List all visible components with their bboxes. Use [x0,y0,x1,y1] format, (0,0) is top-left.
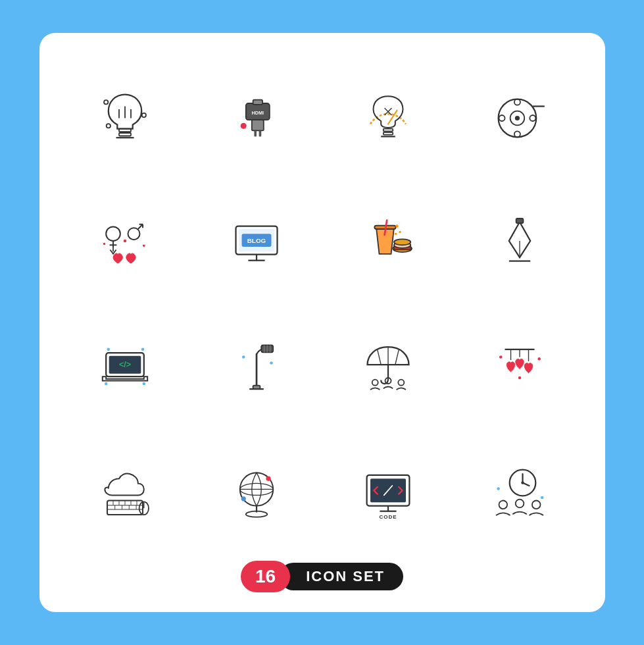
icon-cell-code-monitor: CODE [329,436,447,548]
svg-point-64 [104,382,107,386]
laptop-code-icon: </> [95,336,155,396]
insurance-icon [359,336,418,396]
svg-rect-20 [383,132,392,135]
blog-icon: BLOG [227,211,286,271]
fast-food-icon [359,211,418,271]
svg-rect-7 [119,133,131,136]
svg-point-28 [499,115,505,121]
svg-point-88 [518,376,521,380]
icon-cell-hdmi: HDMI [197,59,316,172]
svg-rect-15 [253,100,262,105]
icon-cell-heart-tags [460,310,579,423]
gender-love-icon [95,211,155,271]
icon-cell-street-light [197,310,316,423]
svg-point-1 [141,113,145,117]
svg-line-34 [137,224,142,229]
icon-cell-cloud-keyboard [66,436,184,548]
badge-number: 16 [241,561,290,592]
svg-point-39 [143,244,145,247]
icon-cell-film-reel [460,59,579,172]
pen-tool-icon [490,211,549,271]
svg-point-73 [241,356,245,359]
svg-point-124 [540,496,543,500]
svg-point-120 [499,500,507,509]
icon-cell-gender-love [66,185,184,297]
icon-cell-fast-food [329,185,447,297]
icon-cell-light-bulb [66,59,184,172]
svg-point-87 [537,357,541,361]
svg-rect-19 [383,129,392,132]
svg-point-30 [106,226,120,241]
svg-point-62 [107,348,110,351]
svg-point-121 [515,499,524,507]
svg-point-0 [104,100,108,104]
svg-text:CODE: CODE [379,514,397,520]
svg-point-122 [532,500,540,509]
svg-point-74 [270,362,273,365]
svg-point-50 [399,230,401,233]
svg-text:HDMI: HDMI [251,110,263,116]
svg-line-76 [377,350,380,365]
card: HDMI [39,33,605,612]
svg-text:BLOG: BLOG [247,236,266,244]
svg-rect-57 [516,219,523,223]
svg-point-65 [142,382,145,386]
badge-label: ICON SET [280,563,403,590]
svg-text:</>: </> [118,360,130,369]
svg-point-79 [372,380,378,386]
idea-dial-icon [359,86,418,145]
svg-point-26 [514,99,520,105]
icon-cell-insurance [329,310,447,423]
svg-point-27 [514,132,520,138]
svg-point-38 [103,242,105,245]
svg-rect-13 [254,131,257,137]
light-bulb-icon [95,86,155,145]
svg-rect-6 [119,129,131,132]
svg-point-86 [499,356,502,359]
svg-point-63 [141,348,144,351]
icon-cell-team-clock [460,436,579,548]
svg-point-40 [123,240,126,243]
icon-cell-laptop-code: </> [66,310,184,423]
icon-cell-globe [197,436,316,548]
svg-point-33 [128,228,139,240]
svg-rect-12 [251,120,263,130]
svg-point-49 [395,224,399,228]
team-clock-icon [490,462,549,521]
svg-point-109 [241,496,245,501]
svg-point-123 [497,487,500,490]
svg-point-2 [106,124,110,128]
svg-point-9 [240,123,246,129]
svg-point-25 [514,116,519,120]
code-monitor-icon: CODE [359,462,418,521]
svg-point-81 [398,380,404,386]
film-reel-icon [490,86,549,145]
heart-tags-icon [490,336,549,396]
hdmi-icon: HDMI [227,86,286,145]
cloud-keyboard-icon [95,462,155,521]
badge-bar: 16 ICON SET [241,561,403,592]
svg-point-55 [394,239,410,245]
svg-point-108 [266,476,270,480]
svg-point-51 [394,232,397,235]
svg-point-29 [530,115,535,121]
street-light-icon [227,336,286,396]
svg-line-77 [395,350,398,365]
icon-cell-idea-dial [329,59,447,172]
globe-stand-icon [227,462,286,521]
icon-cell-pen-tool [460,185,579,297]
icon-cell-blog: BLOG [197,185,316,297]
icons-grid: HDMI [66,59,579,548]
svg-rect-14 [259,131,261,137]
svg-point-119 [521,481,524,484]
